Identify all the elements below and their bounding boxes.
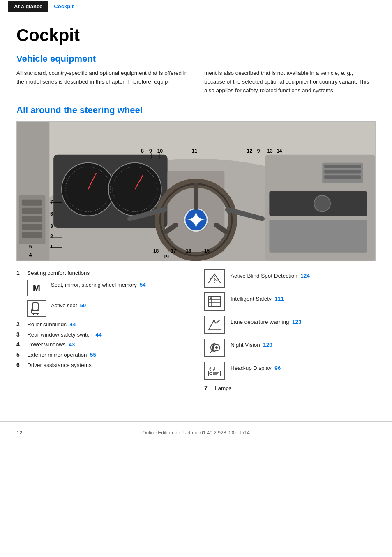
item-1-sub-items: M Seat, mirror, steering wheel memory 54: [27, 280, 184, 317]
svg-line-74: [209, 320, 214, 329]
right-item-intelligent-safety-text: Intelligent Safety 111: [231, 292, 284, 303]
lane-departure-ref[interactable]: 123: [292, 319, 302, 325]
svg-text:18: 18: [153, 248, 159, 253]
svg-text:1: 1: [50, 244, 53, 249]
item-5-ref[interactable]: 55: [90, 352, 96, 358]
svg-point-82: [210, 372, 212, 375]
sub-item-memory-text: Seat, mirror, steering wheel memory 54: [51, 280, 146, 289]
right-item-lane-departure: Lane departure warning 123: [204, 316, 376, 334]
item-2: 2 Roller sunblinds 44: [16, 321, 184, 329]
svg-point-32: [314, 195, 330, 212]
item-2-number: 2: [16, 321, 24, 327]
item-5-number: 5: [16, 351, 24, 358]
svg-rect-63: [32, 303, 38, 310]
item-1: 1 Seating comfort functions M Seat, mirr…: [16, 269, 184, 317]
page-content: Cockpit Vehicle equipment All standard, …: [0, 13, 392, 409]
left-items: 1 Seating comfort functions M Seat, mirr…: [16, 269, 196, 392]
svg-rect-28: [324, 165, 361, 168]
svg-line-75: [214, 320, 216, 323]
page-footer: 12 Online Edition for Part no. 01 40 2 9…: [0, 421, 392, 440]
sub-item-active-seat: Active seat 50: [27, 300, 184, 317]
svg-rect-29: [324, 170, 361, 173]
cockpit-image: 8 9 10 11 12 9 13 14 7 6 5 4 3 2 1: [16, 121, 376, 261]
steering-section-heading: All around the steering wheel: [16, 105, 376, 116]
item-7: 7 Lamps: [204, 385, 376, 392]
right-item-intelligent-safety: ▲ Intelligent Safety 111: [204, 292, 376, 311]
items-grid: 1 Seating comfort functions M Seat, mirr…: [16, 269, 376, 392]
svg-text:3: 3: [50, 223, 53, 229]
svg-line-80: [210, 350, 212, 353]
svg-text:15: 15: [204, 248, 210, 253]
blind-spot-ref[interactable]: 124: [300, 273, 310, 279]
sub-item-active-seat-text: Active seat 50: [51, 300, 86, 309]
svg-rect-64: [32, 310, 39, 313]
right-item-blind-spot-text: Active Blind Spot Detection 124: [231, 269, 310, 280]
item-3-ref[interactable]: 44: [96, 332, 102, 338]
lane-departure-icon: [204, 316, 225, 334]
intelligent-safety-icon: ▲: [204, 292, 225, 311]
svg-rect-23: [22, 216, 42, 222]
night-vision-ref[interactable]: 120: [263, 342, 272, 348]
svg-text:4: 4: [29, 252, 32, 258]
nav-at-a-glance[interactable]: At a glance: [8, 1, 48, 12]
vehicle-equipment-heading: Vehicle equipment: [16, 53, 376, 64]
item-4-ref[interactable]: 43: [69, 341, 75, 348]
svg-text:11: 11: [192, 148, 198, 154]
active-seat-icon: [27, 300, 46, 317]
item-6: 6 Driver assistance systems: [16, 362, 184, 369]
item-6-label: Driver assistance systems: [27, 362, 92, 369]
nav-cockpit[interactable]: Cockpit: [48, 1, 79, 12]
item-7-number: 7: [204, 385, 212, 392]
footer-edition-text: Online Edition for Part no. 01 40 2 928 …: [142, 430, 250, 436]
svg-rect-30: [324, 175, 361, 179]
page-title: Cockpit: [16, 26, 376, 45]
svg-text:9: 9: [257, 148, 260, 154]
svg-rect-33: [269, 220, 367, 252]
blind-spot-icon: [204, 269, 225, 288]
svg-text:10: 10: [157, 148, 163, 154]
item-3-label: Rear window safety switch 44: [27, 331, 102, 339]
item-4: 4 Power windows 43: [16, 341, 184, 349]
item-5: 5 Exterior mirror operation 55: [16, 351, 184, 359]
item-5-label: Exterior mirror operation 55: [27, 351, 96, 359]
svg-rect-21: [22, 200, 42, 206]
item-1-number: 1: [16, 269, 24, 276]
right-item-night-vision: Night Vision 120: [204, 339, 376, 357]
top-navigation: At a glance Cockpit: [0, 0, 392, 13]
svg-rect-25: [22, 232, 42, 238]
intro-col-right: ment is also described that is not avail…: [204, 69, 376, 95]
footer-page-number: 12: [16, 429, 22, 436]
right-item-night-vision-text: Night Vision 120: [231, 339, 272, 349]
item-7-label: Lamps: [215, 385, 232, 392]
intelligent-safety-ref[interactable]: 111: [274, 296, 284, 302]
sub-item-memory: M Seat, mirror, steering wheel memory 54: [27, 280, 184, 296]
svg-text:12: 12: [247, 148, 253, 154]
svg-text:9: 9: [149, 148, 152, 154]
intro-columns: All standard, country-specific and optio…: [16, 69, 376, 95]
night-vision-icon: [204, 339, 225, 357]
item-4-number: 4: [16, 341, 24, 348]
item-1-label: Seating comfort functions: [27, 269, 90, 277]
memory-page-ref[interactable]: 54: [140, 282, 145, 288]
item-4-label: Power windows 43: [27, 341, 75, 349]
right-item-head-up-display-text: Head-up Display 96: [231, 362, 281, 372]
active-seat-page-ref[interactable]: 50: [80, 302, 86, 309]
svg-text:5: 5: [29, 244, 32, 249]
svg-text:16: 16: [186, 248, 191, 253]
item-3-number: 3: [16, 331, 24, 338]
intro-col-left: All standard, country-specific and optio…: [16, 69, 188, 95]
svg-text:13: 13: [267, 148, 273, 154]
item-2-ref[interactable]: 44: [70, 321, 76, 327]
head-up-display-ref[interactable]: 96: [274, 365, 281, 371]
right-item-lane-departure-text: Lane departure warning 123: [231, 316, 302, 326]
svg-text:2: 2: [50, 234, 53, 239]
right-item-blind-spot: Active Blind Spot Detection 124: [204, 269, 376, 288]
svg-text:17: 17: [171, 248, 177, 253]
item-6-number: 6: [16, 362, 24, 368]
svg-rect-22: [22, 207, 42, 214]
svg-text:7: 7: [50, 199, 53, 204]
head-up-display-icon: [204, 362, 225, 380]
svg-text:▲: ▲: [210, 297, 212, 299]
svg-point-79: [215, 346, 218, 349]
memory-icon: M: [27, 280, 46, 296]
